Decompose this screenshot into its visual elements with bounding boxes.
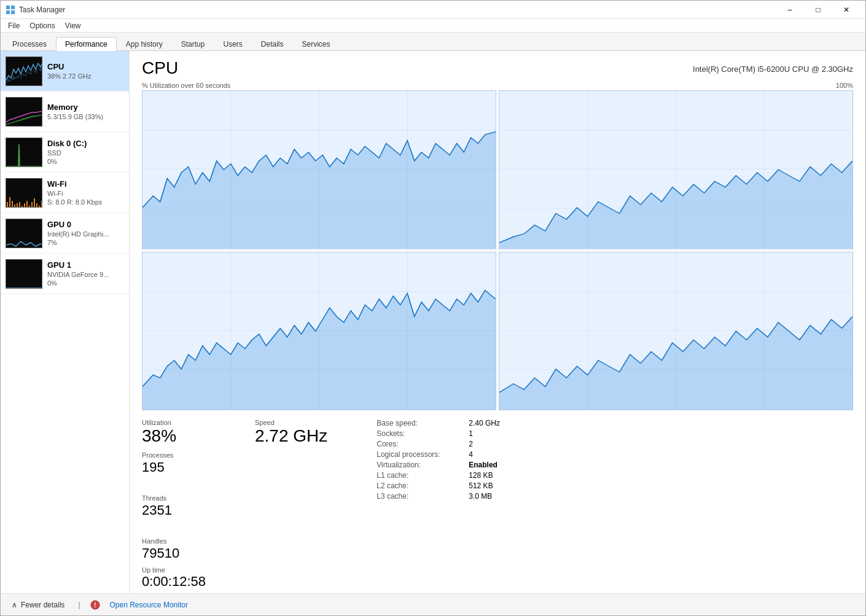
tab-details[interactable]: Details — [252, 37, 293, 51]
spec-virt: Virtualization: Enabled — [376, 461, 500, 469]
gpu1-thumbnail — [6, 259, 42, 289]
tab-app-history[interactable]: App history — [117, 37, 172, 51]
sidebar-item-wifi[interactable]: Wi-Fi Wi-Fi S: 8.0 R: 8.0 Kbps — [1, 173, 129, 213]
svg-text:!: ! — [94, 602, 96, 609]
tab-startup[interactable]: Startup — [172, 37, 214, 51]
cpu-sub: 38% 2.72 GHz — [47, 72, 124, 80]
processes-value: 195 — [142, 459, 173, 475]
gpu0-sidebar-info: GPU 0 Intel(R) HD Graphi... 7% — [47, 220, 124, 246]
uptime-label: Up time — [142, 566, 206, 574]
l1-key: L1 cache: — [376, 471, 456, 480]
sidebar-item-memory[interactable]: Memory 5.3/15.9 GB (33%) — [1, 92, 129, 132]
fewer-details-label: Fewer details — [21, 601, 64, 609]
svg-rect-3 — [11, 10, 15, 14]
svg-rect-7 — [6, 179, 42, 208]
menu-file[interactable]: File — [3, 20, 25, 31]
virt-key: Virtualization: — [376, 461, 456, 469]
base-speed-val: 2.40 GHz — [469, 419, 500, 427]
cores-key: Cores: — [376, 440, 456, 448]
spec-logical: Logical processors: 4 — [376, 450, 500, 459]
sidebar-item-disk[interactable]: Disk 0 (C:) SSD 0% — [1, 132, 129, 173]
cpu-chart-bottom-right — [499, 252, 853, 411]
stat-utilization: Utilization 38% — [142, 419, 206, 446]
spec-base-speed: Base speed: 2.40 GHz — [376, 419, 500, 427]
stat-col-left: Utilization 38% Processes 195 Threads 23… — [142, 419, 206, 590]
footer-bar: ∧ Fewer details | ! Open Resource Monito… — [1, 593, 865, 615]
logical-key: Logical processors: — [376, 450, 456, 459]
spec-l3: L3 cache: 3.0 MB — [376, 492, 500, 501]
sidebar-item-cpu[interactable]: CPU 38% 2.72 GHz — [1, 51, 129, 92]
gpu1-sub2: 0% — [47, 279, 124, 287]
detail-panel: CPU Intel(R) Core(TM) i5-6200U CPU @ 2.3… — [130, 51, 865, 593]
maximize-button[interactable]: □ — [804, 1, 832, 19]
l1-val: 128 KB — [469, 471, 493, 480]
tab-bar: Processes Performance App history Startu… — [1, 33, 865, 51]
utilization-label: Utilization — [142, 419, 206, 426]
stat-processes: Processes 195 Threads 2351 Handles 79510 — [142, 451, 206, 561]
specs-col: Base speed: 2.40 GHz Sockets: 1 Cores: 2… — [376, 419, 500, 590]
speed-label: Speed — [255, 419, 327, 426]
chevron-up-icon: ∧ — [12, 601, 17, 609]
sockets-val: 1 — [469, 429, 473, 438]
spec-l2: L2 cache: 512 KB — [376, 481, 500, 490]
svg-rect-0 — [6, 6, 10, 9]
memory-thumbnail — [6, 97, 42, 127]
gpu1-label: GPU 1 — [47, 260, 124, 270]
app-icon — [6, 5, 15, 15]
minimize-button[interactable]: – — [776, 1, 804, 19]
tab-processes[interactable]: Processes — [3, 37, 56, 51]
l3-val: 3.0 MB — [469, 492, 492, 501]
wifi-sub2: S: 8.0 R: 8.0 Kbps — [47, 198, 124, 206]
wifi-label: Wi-Fi — [47, 179, 124, 189]
tab-users[interactable]: Users — [214, 37, 251, 51]
svg-rect-24 — [6, 260, 42, 289]
menu-options[interactable]: Options — [25, 20, 60, 31]
wifi-thumbnail — [6, 178, 42, 208]
gpu1-sub1: NVIDIA GeForce 9... — [47, 271, 124, 278]
memory-sidebar-info: Memory 5.3/15.9 GB (33%) — [47, 103, 124, 120]
svg-rect-2 — [6, 10, 10, 14]
l2-val: 512 KB — [469, 481, 493, 490]
fewer-details-button[interactable]: ∧ Fewer details — [8, 598, 68, 612]
window-controls: – □ ✕ — [776, 1, 860, 19]
spec-sockets: Sockets: 1 — [376, 429, 500, 438]
cpu-title: CPU — [142, 58, 178, 78]
cores-val: 2 — [469, 440, 473, 448]
window-title: Task Manager — [19, 6, 65, 14]
sidebar-item-gpu1[interactable]: GPU 1 NVIDIA GeForce 9... 0% — [1, 254, 129, 294]
chart-max: 100% — [836, 82, 853, 89]
cpu-header: CPU Intel(R) Core(TM) i5-6200U CPU @ 2.3… — [130, 51, 865, 80]
tab-performance[interactable]: Performance — [56, 37, 117, 51]
disk-sub2: 0% — [47, 158, 124, 165]
menu-view[interactable]: View — [60, 20, 86, 31]
svg-rect-4 — [6, 57, 42, 86]
gpu0-thumbnail — [6, 219, 42, 248]
stat-uptime: Up time 0:00:12:58 — [142, 566, 206, 590]
spec-cores: Cores: 2 — [376, 440, 500, 448]
threads-value: 2351 — [142, 502, 172, 518]
memory-sub: 5.3/15.9 GB (33%) — [47, 113, 124, 120]
disk-sidebar-info: Disk 0 (C:) SSD 0% — [47, 139, 124, 165]
processes-label: Processes — [142, 451, 173, 459]
utilization-value: 38% — [142, 426, 206, 446]
cpu-chart-top-right — [499, 90, 853, 249]
close-button[interactable]: ✕ — [832, 1, 860, 19]
title-bar-left: Task Manager — [6, 5, 65, 15]
speed-value: 2.72 GHz — [255, 426, 327, 446]
chart-label-row: % Utilization over 60 seconds 100% — [130, 80, 865, 90]
gpu0-sub1: Intel(R) HD Graphi... — [47, 230, 124, 238]
cpu-chart-bottom-left — [142, 252, 496, 411]
logical-val: 4 — [469, 450, 473, 459]
open-resource-monitor-link[interactable]: Open Resource Monitor — [110, 601, 188, 609]
svg-rect-1 — [11, 6, 15, 9]
disk-sub1: SSD — [47, 149, 124, 157]
main-content: CPU 38% 2.72 GHz Memory 5.3/15.9 GB (33%… — [1, 51, 865, 593]
tab-services[interactable]: Services — [293, 37, 340, 51]
sidebar-item-gpu0[interactable]: GPU 0 Intel(R) HD Graphi... 7% — [1, 213, 129, 254]
handles-value: 79510 — [142, 545, 179, 561]
spec-l1: L1 cache: 128 KB — [376, 471, 500, 480]
window: Task Manager – □ ✕ File Options View Pro… — [0, 0, 866, 616]
disk-label: Disk 0 (C:) — [47, 139, 124, 148]
disk-thumbnail — [6, 138, 42, 167]
cpu-chart-grid — [130, 90, 865, 413]
